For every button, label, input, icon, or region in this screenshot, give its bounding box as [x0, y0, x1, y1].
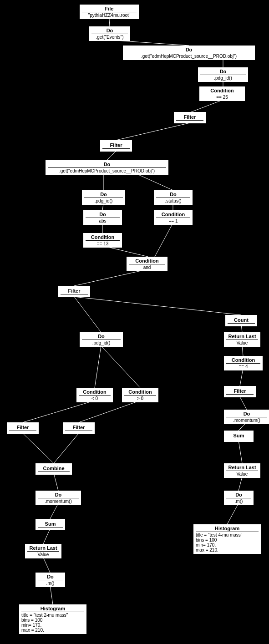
- node-do-get-edm2: Do .get("edmHepMCProduct_source__PROD.ob…: [46, 160, 168, 175]
- node-count: Count: [225, 315, 257, 326]
- node-do-momentum1: Do .momentum(): [224, 410, 269, 424]
- node-cond-13: Condition == 13: [83, 233, 122, 248]
- svg-line-24: [23, 401, 95, 422]
- svg-line-22: [240, 397, 247, 410]
- node-do-m2: Do .m(): [36, 573, 65, 587]
- node-filter3: Filter: [58, 286, 90, 297]
- node-return-last3: Return Last Value: [25, 544, 61, 558]
- node-do-get-events: Do .get("Events"): [89, 26, 130, 41]
- node-cond-1: Condition == 1: [154, 210, 193, 225]
- svg-line-14: [74, 269, 147, 286]
- svg-line-30: [54, 473, 58, 491]
- svg-line-20: [95, 346, 101, 388]
- node-cond-25: Condition == 25: [199, 86, 245, 101]
- svg-line-4: [191, 100, 222, 112]
- svg-line-35: [50, 585, 53, 604]
- svg-line-31: [50, 503, 58, 519]
- node-cond-gt0: Condition > 0: [122, 388, 158, 402]
- svg-line-8: [137, 174, 173, 190]
- node-histogram1: Histogram title = "test 2-mu mass" bins …: [19, 604, 86, 634]
- svg-line-5: [116, 123, 190, 140]
- node-do-pdg-id1: Do .pdg_id(): [198, 67, 248, 82]
- node-return-last1: Return Last Value: [224, 332, 260, 347]
- svg-line-9: [102, 204, 103, 210]
- node-do-status: Do .status(): [154, 190, 193, 205]
- node-filter2: Filter: [100, 140, 132, 152]
- svg-line-15: [74, 297, 101, 332]
- svg-line-0: [109, 19, 110, 26]
- node-return-last2: Return Last Value: [224, 463, 260, 478]
- node-cond-and: Condition and: [127, 257, 167, 271]
- node-do-pdg-id2: Do .pdg_id(): [82, 190, 125, 205]
- svg-line-26: [239, 441, 242, 463]
- svg-line-28: [54, 433, 79, 463]
- node-file: File "pythiaHZZ4mu.root": [80, 5, 139, 19]
- svg-line-18: [242, 346, 243, 356]
- node-cond-4: Condition == 4: [224, 356, 263, 370]
- node-do-pdg-id3: Do .pdg_id(): [80, 332, 123, 347]
- node-do-abs: Do abs: [83, 210, 122, 225]
- svg-line-13: [155, 223, 173, 257]
- svg-line-16: [74, 297, 241, 315]
- node-filter1: Filter: [174, 112, 206, 123]
- svg-line-21: [101, 346, 140, 388]
- svg-line-19: [240, 369, 243, 386]
- svg-line-29: [239, 477, 242, 491]
- svg-line-32: [227, 503, 239, 524]
- node-sum2: Sum: [36, 519, 65, 530]
- svg-line-25: [79, 401, 140, 422]
- node-cond-lt0: Condition < 0: [76, 388, 113, 402]
- node-filter4: Filter: [224, 386, 256, 397]
- svg-line-6: [107, 151, 116, 160]
- node-sum1: Sum: [224, 431, 254, 442]
- node-do-m1: Do .m(): [224, 491, 254, 505]
- node-filter5: Filter: [7, 422, 39, 434]
- node-filter6: Filter: [63, 422, 95, 434]
- node-do-momentum2: Do .momentum(): [36, 491, 81, 505]
- svg-line-27: [23, 433, 54, 463]
- svg-line-34: [43, 558, 50, 573]
- node-do-get-edm1: Do .get("edmHepMCProduct_source__PROD.ob…: [123, 46, 255, 60]
- node-histogram2: Histogram title = "test 4-mu mass" bins …: [193, 524, 261, 554]
- node-combine: Combine: [36, 463, 72, 475]
- svg-line-33: [43, 529, 50, 544]
